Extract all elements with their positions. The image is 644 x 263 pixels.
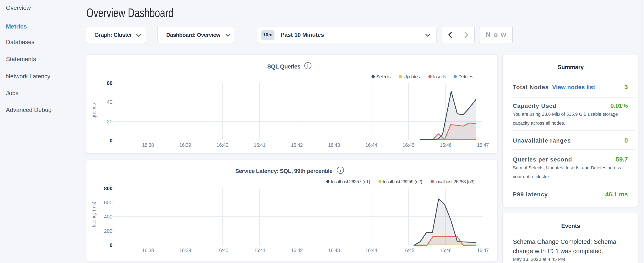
svg-text:localhost:26257 (n1): localhost:26257 (n1) <box>331 179 370 184</box>
svg-text:16:39: 16:39 <box>179 142 191 148</box>
svg-text:Inserts: Inserts <box>433 74 446 79</box>
svg-text:SQL Queries: SQL Queries <box>267 63 300 70</box>
svg-text:16:38: 16:38 <box>142 142 154 148</box>
svg-text:Updates: Updates <box>404 74 420 79</box>
svg-text:16:42: 16:42 <box>291 248 302 253</box>
svg-text:16:45: 16:45 <box>402 248 414 253</box>
svg-text:localhost:26259 (n2): localhost:26259 (n2) <box>383 179 422 184</box>
svg-text:0: 0 <box>110 138 112 143</box>
svg-text:16:47: 16:47 <box>477 248 488 253</box>
svg-text:Service Latency: SQL, 99th per: Service Latency: SQL, 99th percentile <box>235 168 332 174</box>
svg-text:16:40: 16:40 <box>216 248 228 253</box>
svg-text:40: 40 <box>107 99 112 105</box>
svg-text:16:39: 16:39 <box>179 248 191 253</box>
svg-text:200: 200 <box>104 228 112 234</box>
svg-text:16:42: 16:42 <box>291 142 302 148</box>
svg-text:Deletes: Deletes <box>458 74 473 79</box>
svg-text:latency (ms): latency (ms) <box>91 202 96 227</box>
svg-text:16:41: 16:41 <box>254 142 265 148</box>
svg-text:60: 60 <box>107 80 112 86</box>
svg-text:0: 0 <box>110 242 112 248</box>
svg-text:16:38: 16:38 <box>142 248 154 253</box>
svg-text:16:47: 16:47 <box>477 142 488 148</box>
svg-text:16:44: 16:44 <box>365 248 377 253</box>
svg-text:16:46: 16:46 <box>440 248 451 253</box>
svg-text:16:46: 16:46 <box>440 142 451 148</box>
svg-text:localhost:26258 (n3): localhost:26258 (n3) <box>436 179 474 184</box>
svg-text:600: 600 <box>104 200 112 205</box>
svg-text:16:44: 16:44 <box>365 142 377 148</box>
svg-text:Selects: Selects <box>376 74 390 79</box>
svg-text:Overview Dashboard: Overview Dashboard <box>86 6 174 20</box>
svg-text:16:45: 16:45 <box>402 142 414 148</box>
svg-text:400: 400 <box>104 214 112 220</box>
svg-text:16:40: 16:40 <box>216 142 228 148</box>
svg-text:i: i <box>307 63 308 68</box>
svg-text:16:43: 16:43 <box>328 248 340 253</box>
svg-text:i: i <box>340 168 341 173</box>
svg-text:queries: queries <box>91 103 96 119</box>
svg-text:16:41: 16:41 <box>254 248 265 253</box>
svg-text:16:43: 16:43 <box>328 142 340 148</box>
svg-text:20: 20 <box>107 119 112 124</box>
svg-text:800: 800 <box>104 185 112 191</box>
